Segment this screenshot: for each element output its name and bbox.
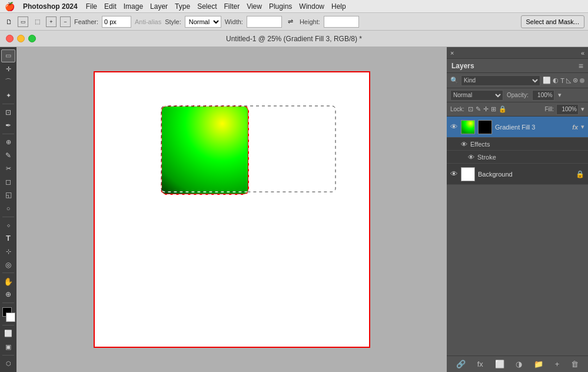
brush-tool[interactable]: ✎ <box>1 149 15 161</box>
create-group-icon[interactable]: 📁 <box>534 360 543 368</box>
expand-effects-icon[interactable]: ▾ <box>581 123 584 131</box>
maximize-button[interactable] <box>28 35 36 42</box>
effects-eye-icon[interactable]: 👁 <box>461 141 467 148</box>
fx-icon[interactable]: fx <box>572 124 578 131</box>
quick-mask-tool[interactable]: ⬜ <box>1 327 15 340</box>
smart-filter-icon[interactable]: ⊛ <box>573 77 578 84</box>
layers-spacer <box>447 185 588 356</box>
layer-row-gradient-fill-3[interactable]: 👁 Gradient Fill 3 fx ▾ <box>447 117 588 138</box>
color-swatches[interactable] <box>0 307 16 323</box>
move-tool[interactable]: ✛ <box>1 63 15 75</box>
healing-brush-tool[interactable]: ⊕ <box>1 136 15 148</box>
menu-file[interactable]: File <box>86 2 97 11</box>
layers-lock-row: Lock: ⊡ ✎ ✛ ⊞ 🔒 Fill: ▾ <box>447 102 588 117</box>
feather-input[interactable] <box>102 16 131 28</box>
menu-plugins[interactable]: Plugins <box>269 2 292 11</box>
new-document-icon[interactable]: 🗋 <box>4 16 14 27</box>
menu-edit[interactable]: Edit <box>104 2 117 11</box>
type-tool[interactable]: T <box>1 232 15 244</box>
opacity-label: Opacity: <box>507 92 529 98</box>
minimize-button[interactable] <box>17 35 25 42</box>
pen-tool[interactable]: ⬦ <box>1 219 15 231</box>
layers-blend-row: Normal Opacity: ▾ <box>447 88 588 102</box>
subtract-selection-icon[interactable]: − <box>60 16 71 27</box>
effects-sublayer[interactable]: 👁 Effects <box>447 138 588 151</box>
rectangular-marquee-tool[interactable]: ▭ <box>1 49 15 62</box>
opacity-input[interactable] <box>532 90 554 101</box>
menu-layer[interactable]: Layer <box>150 2 168 11</box>
add-layer-style-icon[interactable]: fx <box>477 360 483 368</box>
menu-help[interactable]: Help <box>331 2 346 11</box>
add-mask-icon[interactable]: ⬜ <box>495 360 504 368</box>
canvas-document <box>94 71 370 348</box>
shape-tool[interactable]: ◎ <box>1 258 15 271</box>
extras-tool[interactable]: ⬡ <box>1 357 15 370</box>
create-new-layer-icon[interactable]: + <box>555 360 560 368</box>
panel-close-button[interactable]: × <box>450 49 454 57</box>
menu-image[interactable]: Image <box>124 2 143 11</box>
stroke-sublayer[interactable]: 👁 Stroke <box>447 151 588 164</box>
kind-filter-select[interactable]: Kind <box>461 75 540 86</box>
quick-select-tool[interactable]: ✦ <box>1 89 15 102</box>
swap-dimensions-icon[interactable]: ⇌ <box>285 16 296 27</box>
fill-arrow[interactable]: ▾ <box>581 105 584 113</box>
lock-all-icon[interactable]: 🔒 <box>499 105 507 113</box>
layers-panel-title: Layers <box>451 62 474 70</box>
lasso-tool[interactable]: ⌒ <box>1 76 15 88</box>
menu-window[interactable]: Window <box>299 2 324 11</box>
title-bar: Untitled-1 @ 25% (Gradient Fill 3, RGB/8… <box>0 31 588 47</box>
menu-type[interactable]: Type <box>175 2 190 11</box>
width-input[interactable] <box>247 16 282 28</box>
anti-alias-checkbox[interactable]: Anti-alias <box>135 18 161 25</box>
lock-artboard-icon[interactable]: ⊞ <box>491 105 496 113</box>
type-filter-icon[interactable]: T <box>560 77 564 84</box>
opacity-arrow[interactable]: ▾ <box>558 91 562 99</box>
close-button[interactable] <box>6 35 14 42</box>
zoom-tool[interactable]: ⊕ <box>1 288 15 301</box>
lock-image-icon[interactable]: ✎ <box>476 105 481 113</box>
background-thumb <box>461 167 475 181</box>
add-to-selection-icon[interactable]: + <box>46 16 57 27</box>
layers-bottom-toolbar: 🔗 fx ⬜ ◑ 📁 + 🗑 <box>447 356 588 372</box>
select-mask-button[interactable]: Select and Mask... <box>521 15 585 28</box>
delete-layer-icon[interactable]: 🗑 <box>571 360 579 368</box>
effects-label: Effects <box>470 141 490 148</box>
eyedropper-tool[interactable]: ✒ <box>1 119 15 131</box>
hand-tool[interactable]: ✋ <box>1 275 15 287</box>
path-selection-tool[interactable]: ⊹ <box>1 245 15 257</box>
eraser-tool[interactable]: ◻ <box>1 175 15 188</box>
visibility-eye-background[interactable]: 👁 <box>450 170 458 178</box>
menu-view[interactable]: View <box>247 2 262 11</box>
link-layers-icon[interactable]: 🔗 <box>456 360 466 368</box>
clone-stamp-tool[interactable]: ✂ <box>1 162 15 175</box>
selection-border <box>160 105 337 193</box>
menu-select[interactable]: Select <box>197 2 217 11</box>
style-select[interactable]: Normal <box>185 16 221 28</box>
dodge-tool[interactable]: ○ <box>1 202 15 214</box>
background-color[interactable] <box>6 313 15 322</box>
lock-transparent-icon[interactable]: ⊡ <box>468 105 473 113</box>
layers-menu-icon[interactable]: ≡ <box>579 61 583 71</box>
menu-filter[interactable]: Filter <box>224 2 240 11</box>
adjustment-filter-icon[interactable]: ◐ <box>553 77 559 84</box>
svg-rect-0 <box>161 106 335 192</box>
screen-mode-tool[interactable]: ▣ <box>1 340 15 353</box>
shape-filter-icon[interactable]: ◺ <box>566 77 571 84</box>
blend-mode-select[interactable]: Normal <box>450 90 503 101</box>
gradient-tool[interactable]: ◱ <box>1 189 15 201</box>
marquee-rect-icon[interactable]: ▭ <box>18 16 28 27</box>
svg-rect-1 <box>161 106 335 192</box>
pixel-filter-icon[interactable]: ⬜ <box>543 77 551 84</box>
main-area: ▭ ✛ ⌒ ✦ ⊡ ✒ ⊕ ✎ ✂ ◻ ◱ ○ ⬦ T ⊹ ◎ ✋ ⊕ ⬜ ▣ … <box>0 47 588 372</box>
lock-position-icon[interactable]: ✛ <box>483 105 489 113</box>
crop-tool[interactable]: ⊡ <box>1 106 15 118</box>
panel-topbar: × « <box>447 47 588 59</box>
marquee-options-icon[interactable]: ⬚ <box>32 16 42 27</box>
panel-collapse-button[interactable]: « <box>581 49 584 57</box>
create-fill-layer-icon[interactable]: ◑ <box>516 360 522 368</box>
fill-input[interactable] <box>556 104 579 115</box>
layer-row-background[interactable]: 👁 Background 🔒 <box>447 164 588 185</box>
height-input[interactable] <box>324 16 359 28</box>
visibility-eye-gradient[interactable]: 👁 <box>450 122 458 131</box>
stroke-eye-icon[interactable]: 👁 <box>468 154 474 161</box>
